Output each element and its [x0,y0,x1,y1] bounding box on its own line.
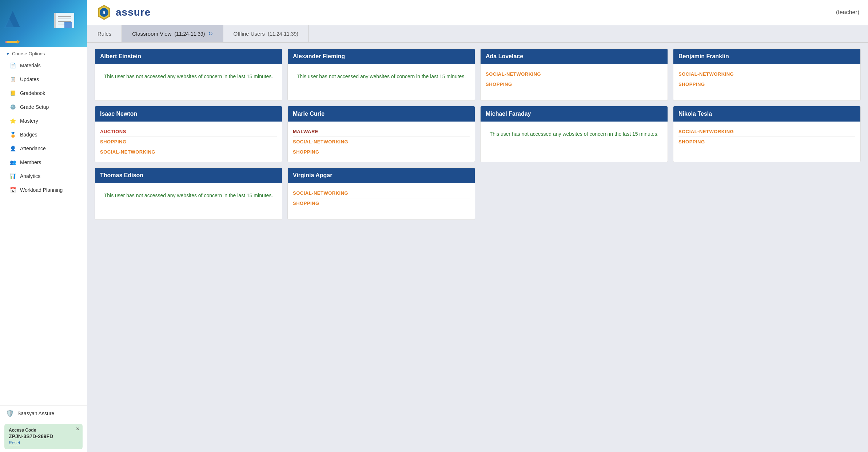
student-name: Marie Curie [288,106,475,122]
tab-time-classroomView: (11:24-11:39) [174,31,205,37]
access-code-close-button[interactable]: ✕ [76,426,80,432]
sidebar-item-updates[interactable]: 📋 Updates [0,72,87,86]
student-card-body: SOCIAL-NETWORKINGSHOPPING [288,183,475,219]
sidebar: ▼ Course Options 📄 Materials 📋 Updates 📒… [0,0,87,452]
category-item: SOCIAL-NETWORKING [678,69,855,79]
category-item: SHOPPING [678,137,855,147]
sidebar-item-gradeSetup[interactable]: ⚙️ Grade Setup [0,100,87,114]
sidebar-item-attendance[interactable]: 👤 Attendance [0,142,87,155]
svg-rect-1 [54,13,56,28]
student-name: Thomas Edison [95,168,282,183]
student-card: Nikola TeslaSOCIAL-NETWORKINGSHOPPING [673,106,861,162]
student-card-body: This user has not accessed any websites … [95,183,282,219]
header: a assure (teacher) [87,0,868,25]
workloadPlanning-label: Workload Planning [20,187,63,193]
tab-time-offlineUsers: (11:24-11:39) [268,31,298,37]
tab-classroomView[interactable]: Classroom View (11:24-11:39) ↻ [122,25,223,42]
sidebar-item-badges[interactable]: 🏅 Badges [0,128,87,142]
saasyan-assure-item[interactable]: 🛡️ Saasyan Assure [0,405,87,421]
category-item: SOCIAL-NETWORKING [293,188,470,198]
student-name: Virginia Apgar [288,168,475,183]
student-card-body: SOCIAL-NETWORKINGSHOPPING [673,64,860,100]
badges-icon: 🏅 [9,131,16,138]
sidebar-item-members[interactable]: 👥 Members [0,155,87,169]
student-card: Albert EinsteinThis user has not accesse… [95,48,282,101]
banner-pencil-icon [5,39,20,44]
banner-book-icon [51,5,80,35]
svg-text:a: a [103,9,105,15]
svg-marker-10 [17,40,20,44]
tab-offlineUsers[interactable]: Offline Users (11:24-11:39) [223,25,309,42]
workloadPlanning-icon: 📅 [9,186,16,194]
category-item: SOCIAL-NETWORKING [100,147,277,157]
category-item: SHOPPING [678,79,855,89]
sidebar-item-mastery[interactable]: ⭐ Mastery [0,114,87,128]
refresh-icon[interactable]: ↻ [208,30,213,37]
svg-rect-6 [64,22,72,28]
no-concern-message: This user has not accessed any websites … [486,127,662,142]
banner-triangle-icon [4,7,22,29]
category-item: SHOPPING [293,198,470,208]
header-role: (teacher) [836,9,859,16]
category-item: SHOPPING [293,147,470,157]
collapse-arrow-icon: ▼ [6,52,10,56]
tab-label-rules: Rules [97,31,111,37]
sidebar-item-gradebook[interactable]: 📒 Gradebook [0,86,87,100]
logo-text: assure [116,7,151,18]
gradebook-icon: 📒 [9,90,16,97]
access-code-box: ✕ Access Code ZPJN-3S7D-269FD Reset [4,424,83,449]
access-code-value: ZPJN-3S7D-269FD [9,433,78,439]
gradeSetup-icon: ⚙️ [9,103,16,111]
analytics-icon: 📊 [9,173,16,180]
category-item: AUCTIONS [100,127,277,137]
sidebar-item-analytics[interactable]: 📊 Analytics [0,169,87,183]
category-item: SOCIAL-NETWORKING [293,137,470,147]
access-code-reset-button[interactable]: Reset [9,440,78,445]
course-options-label[interactable]: ▼ Course Options [0,47,87,59]
updates-icon: 📋 [9,76,16,83]
sidebar-item-materials[interactable]: 📄 Materials [0,59,87,72]
student-name: Albert Einstein [95,49,282,64]
mastery-label: Mastery [20,118,38,124]
student-card-body: SOCIAL-NETWORKINGSHOPPING [673,122,860,158]
members-icon: 👥 [9,159,16,166]
attendance-icon: 👤 [9,145,16,152]
content-area: Albert EinsteinThis user has not accesse… [87,43,868,452]
student-card-body: SOCIAL-NETWORKINGSHOPPING [481,64,668,100]
tab-label-offlineUsers: Offline Users [234,31,265,37]
gradebook-label: Gradebook [20,90,45,96]
student-card-body: MALWARESOCIAL-NETWORKINGSHOPPING [288,122,475,162]
main-content: a assure (teacher) RulesClassroom View (… [87,0,868,452]
student-card-body: This user has not accessed any websites … [481,122,668,158]
gradeSetup-label: Grade Setup [20,104,49,110]
svg-rect-11 [5,41,7,43]
no-concern-message: This user has not accessed any websites … [100,188,277,203]
category-item: SHOPPING [486,79,662,89]
tab-label-classroomView: Classroom View [132,31,171,37]
category-item: MALWARE [293,127,470,137]
course-options-text: Course Options [12,51,45,56]
logo: a assure [96,4,151,20]
student-card-body: AUCTIONSSHOPPINGSOCIAL-NETWORKING [95,122,282,162]
category-item: SOCIAL-NETWORKING [486,69,662,79]
saasyan-assure-label: Saasyan Assure [17,411,54,416]
student-name: Michael Faraday [481,106,668,122]
materials-label: Materials [20,63,41,68]
student-card: Benjamin FranklinSOCIAL-NETWORKINGSHOPPI… [673,48,861,101]
assure-logo-icon: a [96,4,112,20]
nav-items: 📄 Materials 📋 Updates 📒 Gradebook ⚙️ Gra… [0,59,87,197]
student-name: Nikola Tesla [673,106,860,122]
saasyan-icon: 🛡️ [6,409,14,417]
sidebar-item-workloadPlanning[interactable]: 📅 Workload Planning [0,183,87,197]
student-card: Ada LovelaceSOCIAL-NETWORKINGSHOPPING [480,48,668,101]
student-name: Benjamin Franklin [673,49,860,64]
student-card: Virginia ApgarSOCIAL-NETWORKINGSHOPPING [287,167,475,220]
sidebar-banner [0,0,87,47]
no-concern-message: This user has not accessed any websites … [100,69,277,84]
tabs-bar: RulesClassroom View (11:24-11:39) ↻Offli… [87,25,868,43]
attendance-label: Attendance [20,146,46,151]
student-card-body: This user has not accessed any websites … [95,64,282,100]
analytics-label: Analytics [20,173,40,179]
student-card: Thomas EdisonThis user has not accessed … [95,167,282,220]
tab-rules[interactable]: Rules [87,25,122,42]
